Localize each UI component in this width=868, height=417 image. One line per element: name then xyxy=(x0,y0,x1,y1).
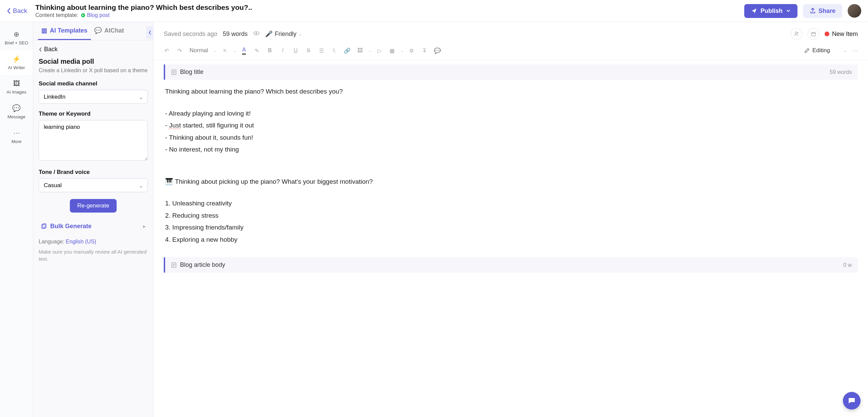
underline-button[interactable]: U xyxy=(291,46,300,55)
page-title: Thinking about learning the piano? Which… xyxy=(35,3,744,12)
toolbar: ↶ ↷ Normal ⌄ ≡ ⌄ A ✎ B I U S ☰ ⒈ 🔗 🖼 ⌄ ▷… xyxy=(154,43,868,60)
dots-icon: ⋯ xyxy=(13,129,20,137)
tab-ai-chat[interactable]: 💬 AIChat xyxy=(91,22,127,40)
svg-point-5 xyxy=(795,32,797,34)
topbar-titles: Thinking about learning the piano? Which… xyxy=(35,3,744,18)
tone-select[interactable]: Casual xyxy=(39,178,148,192)
text-color-button[interactable]: A xyxy=(239,46,249,55)
editor-status-bar: Saved seconds ago 59 words 🎤 Friendly ⌄ … xyxy=(154,22,868,43)
regenerate-button[interactable]: Re-generate xyxy=(70,199,117,213)
section-word-count: 59 words xyxy=(830,69,852,75)
user-avatar[interactable] xyxy=(848,4,861,18)
add-user-button[interactable] xyxy=(791,28,802,40)
language-row: Language: English (US) xyxy=(39,239,148,245)
back-label: Back xyxy=(13,7,27,15)
highlight-button[interactable]: ✎ xyxy=(252,46,262,55)
chat-icon xyxy=(847,396,856,405)
bold-button[interactable]: B xyxy=(265,46,275,55)
editor-content[interactable]: Blog title 59 words Thinking about learn… xyxy=(154,60,868,417)
sidebar-collapse-button[interactable] xyxy=(146,26,154,39)
chevron-left-icon xyxy=(148,30,152,35)
format-select[interactable]: Normal xyxy=(188,47,210,54)
tone-label: Tone / Brand voice xyxy=(39,169,148,176)
target-icon: ⊕ xyxy=(14,30,19,38)
number-list-button[interactable]: ⒈ xyxy=(330,46,339,55)
redo-button[interactable]: ↷ xyxy=(175,46,184,55)
rail-ai-writer[interactable]: ⚡ AI Writer xyxy=(0,50,33,75)
chevron-down-icon: ⌄ xyxy=(233,48,236,53)
comment-button[interactable]: 💬 xyxy=(433,46,442,55)
mic-icon: 🎤 xyxy=(265,30,273,38)
more-options-button[interactable]: ⋯ xyxy=(850,46,860,55)
channel-select[interactable]: LinkedIn xyxy=(39,90,148,104)
emoji-button[interactable]: ☺ xyxy=(407,46,416,55)
image-button[interactable]: 🖼 xyxy=(355,46,365,55)
bolt-icon: ⚡ xyxy=(12,55,21,63)
section-blog-title: Blog title 59 words xyxy=(164,64,858,80)
rail-message[interactable]: 💬 Message xyxy=(0,99,33,124)
chevron-down-icon: ⌄ xyxy=(214,48,217,53)
sidebar-back-button[interactable]: Back xyxy=(39,46,148,53)
topbar-back-button[interactable]: Back xyxy=(7,7,27,15)
rail-brief-seo[interactable]: ⊕ Brief + SEO xyxy=(0,25,33,50)
svg-rect-6 xyxy=(811,33,815,36)
tab-ai-templates[interactable]: ▥ AI Templates xyxy=(38,22,91,40)
page-subtitle: Content template: Blog post xyxy=(35,12,744,18)
play-button[interactable]: ▷ xyxy=(375,46,384,55)
bulk-generate-button[interactable]: Bulk Generate ▸ xyxy=(39,219,148,233)
rail-ai-images[interactable]: 🖼 AI Images xyxy=(0,75,33,99)
chevron-down-icon: ⌄ xyxy=(400,48,403,53)
editing-mode-button[interactable]: Editing ⌄ xyxy=(804,47,847,54)
user-plus-icon xyxy=(794,31,799,37)
theme-label: Theme or Keyword xyxy=(39,111,148,117)
calendar-button[interactable] xyxy=(808,28,819,40)
send-icon xyxy=(751,8,757,14)
help-chat-button[interactable] xyxy=(843,392,861,410)
share-button[interactable]: Share xyxy=(803,4,842,18)
saved-status: Saved seconds ago xyxy=(164,31,217,38)
table-button[interactable]: ▦ xyxy=(388,46,397,55)
chevron-down-icon xyxy=(786,8,791,13)
sidebar-body: Back Social media poll Create a Linkedin… xyxy=(33,40,153,417)
chevron-left-icon xyxy=(7,8,11,14)
status-dot-icon xyxy=(825,32,829,36)
copy-icon xyxy=(41,223,47,230)
theme-textarea[interactable] xyxy=(39,120,148,161)
rail-more[interactable]: ⋯ More xyxy=(0,124,33,149)
tone-selector[interactable]: 🎤 Friendly ⌄ xyxy=(265,30,302,38)
italic-button[interactable]: I xyxy=(278,46,288,55)
template-heading: Social media poll xyxy=(39,58,148,65)
new-item-badge[interactable]: New Item xyxy=(825,31,858,38)
channel-label: Social media channel xyxy=(39,80,148,87)
blog-icon xyxy=(80,13,86,18)
sidebar-tabs: ▥ AI Templates 💬 AIChat xyxy=(33,22,153,40)
chevron-down-icon: ⌄ xyxy=(368,48,371,53)
content-block-1[interactable]: Thinking about learning the piano? Which… xyxy=(164,80,858,253)
bullet-list-button[interactable]: ☰ xyxy=(317,46,326,55)
content-template-label: Content template: xyxy=(35,12,78,18)
publish-button[interactable]: Publish xyxy=(744,4,797,18)
strikethrough-button[interactable]: S xyxy=(304,46,313,55)
section-word-count-2: 0 w xyxy=(843,262,852,268)
content-template-link[interactable]: Blog post xyxy=(80,12,110,18)
chat-icon: 💬 xyxy=(12,104,21,112)
document-icon xyxy=(171,262,177,268)
pencil-icon xyxy=(804,48,810,53)
link-button[interactable]: 🔗 xyxy=(342,46,352,55)
language-link[interactable]: English (US) xyxy=(66,239,96,244)
eye-icon[interactable] xyxy=(253,30,260,38)
calendar-icon xyxy=(811,31,816,37)
topbar-actions: Publish Share xyxy=(744,4,861,18)
sidebar: ▥ AI Templates 💬 AIChat Back Social medi… xyxy=(33,22,154,417)
clear-format-button[interactable]: T̶ xyxy=(420,46,429,55)
chevron-left-icon xyxy=(39,47,42,52)
align-button[interactable]: ≡ xyxy=(220,46,230,55)
review-note: Make sure you manually review all AI gen… xyxy=(39,248,148,262)
upload-icon xyxy=(810,8,816,14)
svg-point-4 xyxy=(256,33,257,34)
chevron-down-icon: ⌄ xyxy=(298,32,302,37)
triangle-right-icon: ▸ xyxy=(143,223,146,230)
template-description: Create a Linkedin or X poll based on a t… xyxy=(39,67,148,74)
templates-icon: ▥ xyxy=(41,27,47,34)
undo-button[interactable]: ↶ xyxy=(162,46,171,55)
